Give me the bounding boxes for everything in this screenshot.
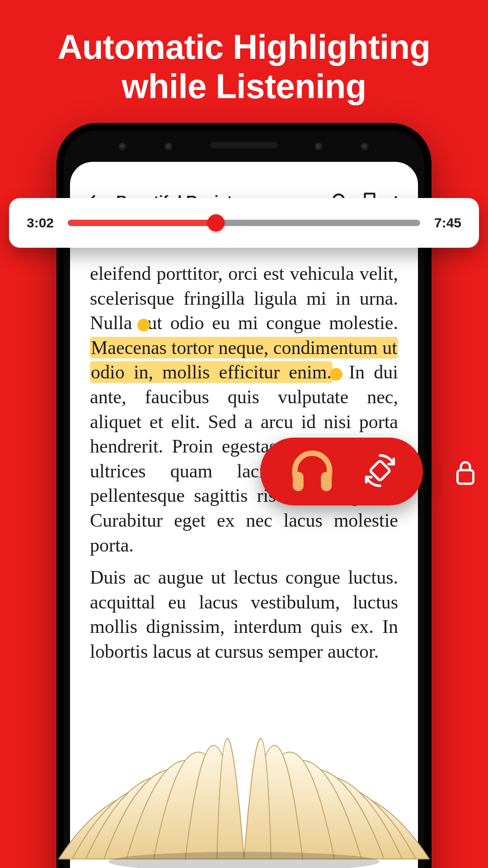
audio-progress-card: 3:02 7:45 — [9, 198, 479, 248]
headline-line-1: Automatic Highlighting — [18, 27, 470, 66]
paragraph-1: eleifend porttitor, orci est vehicula ve… — [90, 261, 398, 557]
lock-button[interactable] — [443, 448, 488, 497]
total-time: 7:45 — [432, 215, 464, 231]
headphones-icon[interactable] — [285, 443, 339, 500]
svg-rect-9 — [458, 470, 474, 484]
svg-rect-7 — [321, 472, 332, 491]
listen-fab-pill — [260, 438, 423, 505]
phone-sensors — [64, 142, 424, 152]
elapsed-time: 3:02 — [24, 215, 56, 231]
reader-content[interactable]: eleifend porttitor, orci est vehicula ve… — [90, 261, 398, 868]
audio-seekbar[interactable] — [68, 220, 420, 226]
svg-rect-8 — [370, 460, 390, 481]
svg-rect-6 — [293, 472, 304, 491]
highlight-end-handle[interactable] — [330, 368, 343, 381]
seekbar-fill — [68, 220, 216, 226]
promo-headline: Automatic Highlighting while Listening — [0, 27, 488, 106]
paragraph-2: Duis ac augue ut lectus congue luctus. a… — [90, 565, 398, 664]
highlight-start-handle[interactable] — [137, 319, 150, 331]
phone-screen: Beautiful Resistance — [70, 162, 418, 868]
headline-line-2: while Listening — [18, 66, 470, 106]
seekbar-thumb[interactable] — [207, 214, 225, 231]
auto-rotate-icon[interactable] — [362, 453, 398, 491]
